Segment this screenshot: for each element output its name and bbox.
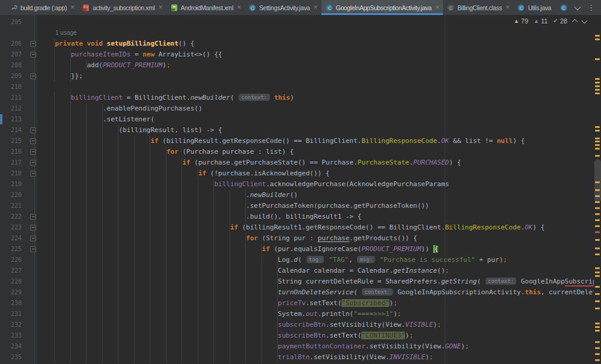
code-line-209[interactable]: 209}}; [0,71,594,82]
weak-warning-triangle-icon: ▲ [534,19,539,24]
chevron-down-icon[interactable] [575,5,580,10]
tab-close-icon[interactable]: ✕ [70,5,75,10]
fold-column [22,179,39,190]
stripe-warning-mark [595,341,600,343]
tab-close-icon[interactable]: ✕ [505,5,510,10]
ok-count: 28 [560,17,567,25]
next-problem-chevron-icon[interactable] [582,17,588,23]
code-line-221[interactable]: 221.setPurchaseToken(purchase.getPurchas… [0,201,594,211]
weak-warnings-indicator[interactable]: ▲ 11 [534,17,548,25]
code-line-220[interactable]: 220.newBuilder() [0,190,594,201]
code-line-210[interactable]: 210 [0,82,594,93]
fold-column [22,320,39,330]
stripe-warning-mark [595,347,600,349]
fold-column [22,201,39,211]
code-line-219[interactable]: 219billingClient.acknowledgePurchase(Ack… [0,179,594,190]
layout-xml-icon [82,4,90,12]
java-class-icon: C [248,4,257,12]
stripe-warning-mark [595,326,600,328]
fold-marker[interactable] [22,125,39,136]
code-line-212[interactable]: 212.enablePendingPurchases() [0,103,594,114]
code-line-234[interactable]: 234paymentButtonContainer.setVisibility(… [0,341,594,352]
code-line-229[interactable]: 229turnOnDeleteService( context: GoogleI… [0,287,594,298]
usage-inlay-row[interactable]: 1 usage [0,28,594,38]
stripe-warning-mark [595,308,600,309]
tab-close-icon[interactable]: ✕ [313,5,317,10]
inspections-widget[interactable]: ▲ 79 ▲ 11 ✔ 28 [514,17,587,25]
tab-close-icon[interactable]: ✕ [435,5,439,10]
tab-close-icon[interactable]: ✕ [158,5,162,10]
android-manifest-icon [170,4,178,12]
fold-marker[interactable] [22,71,39,82]
line-number: 222 [0,211,22,222]
tab-close-icon[interactable]: ✕ [237,5,241,10]
tab-androidmanifest-xml[interactable]: AndroidManifest.xml✕ [166,0,245,15]
code-line-226[interactable]: 226Log.d( tag: "TAG", msg: "Purchase is … [0,255,594,265]
tab-billingclient-class[interactable]: CBillingClient.class✕ [443,0,513,15]
code-text: paymentButtonContainer.setVisibility(Vie… [39,341,469,352]
fold-marker[interactable] [22,49,39,60]
code-line-205[interactable]: 205 [0,17,594,28]
fold-marker[interactable] [22,157,39,168]
fold-column [22,330,39,341]
fold-marker[interactable] [22,244,39,255]
java-class-icon[interactable]: C [560,4,568,12]
code-line-215[interactable]: 215if (billingResult.getResponseCode() =… [0,136,594,147]
fold-marker[interactable] [22,147,39,157]
code-line-232[interactable]: 232subscribeBtn.setVisibility(View.VISIB… [0,320,594,330]
kebab-menu-icon[interactable]: ⋮ [587,4,595,11]
fold-marker[interactable] [22,222,39,233]
indent-guides [39,190,246,201]
tab-build-gradle-app-[interactable]: build.gradle (:app)✕ [6,0,78,15]
stripe-warning-mark [595,138,600,139]
indent-guides [39,244,262,255]
previous-problem-chevron-icon[interactable] [572,19,578,25]
stripe-warning-mark [595,35,600,37]
code-line-227[interactable]: 227Calendar calendar = Calendar.getInsta… [0,265,594,276]
code-text: .newBuilder() [39,190,297,201]
code-line-231[interactable]: 231System.out.println("====>>>1"); [0,309,594,320]
tab-googleinappsubscriptionactivity-java[interactable]: CGoogleInAppSubscriptionActivity.java✕ [322,0,444,15]
code-line-224[interactable]: 224for (String pur : purchase.getProduct… [0,233,594,244]
code-line-228[interactable]: 228String currentDeleteRule = SharedPref… [0,276,594,287]
code-line-223[interactable]: 223if (billingResult1.getResponseCode() … [0,222,594,233]
code-line-211[interactable]: 211billingClient = BillingClient.newBuil… [0,93,594,103]
code-lines[interactable]: 2051 usage206private void setupBillingCl… [0,17,594,364]
code-line-230[interactable]: 230priceTv.setText("Subscribed"); [0,298,594,309]
code-line-213[interactable]: 213.setListener( [0,114,594,125]
fold-marker[interactable] [22,38,39,49]
tab-activity-subscription-xml[interactable]: activity_subscription.xml✕ [78,0,166,15]
code-line-207[interactable]: 207purchaseItemIDs = new ArrayList<>() {… [0,49,594,60]
stripe-warning-mark [595,247,600,249]
indent-guides [39,233,246,244]
stripe-warning-mark [595,271,600,273]
code-line-208[interactable]: 208add(PRODUCT_PREMIUM); [0,60,594,71]
line-number: 212 [0,103,22,114]
code-line-217[interactable]: 217if (purchase.getPurchaseState() == Pu… [0,157,594,168]
code-line-222[interactable]: 222.build(), billingResult1 -> { [0,211,594,222]
line-number: 214 [0,125,22,136]
code-editor[interactable]: 2051 usage206private void setupBillingCl… [0,15,601,364]
fold-marker[interactable] [22,233,39,244]
code-line-235[interactable]: 235trialBtn.setVisibility(View.INVISIBLE… [0,352,594,363]
warnings-indicator[interactable]: ▲ 79 [514,17,528,25]
usage-count-inlay[interactable]: 1 usage [39,29,77,36]
ok-indicator[interactable]: ✔ 28 [553,17,567,25]
code-line-216[interactable]: 216for (Purchase purchase : list) { [0,147,594,157]
code-line-218[interactable]: 218if (!purchase.isAcknowledged()) { [0,168,594,179]
stripe-warning-mark [595,353,600,355]
code-line-225[interactable]: 225if (pur.equalsIgnoreCase(PRODUCT_PREM… [0,244,594,255]
fold-marker[interactable] [22,168,39,179]
line-number: 227 [0,265,22,276]
fold-column [22,103,39,114]
code-line-233[interactable]: 233subscribeBtn.setText("CONTINUE3"); [0,330,594,341]
code-line-214[interactable]: 214(billingResult, list) -> { [0,125,594,136]
tab-label: activity_subscription.xml [93,4,154,11]
code-line-206[interactable]: 206private void setupBillingClient() { [0,38,594,49]
stripe-warning-mark [595,286,600,288]
tab-settingsactivity-java[interactable]: CSettingsActivity.java✕ [245,0,321,15]
indent-guides [39,211,246,222]
stripe-warning-mark [595,189,600,191]
fold-marker[interactable] [22,211,39,222]
fold-marker[interactable] [22,136,39,147]
